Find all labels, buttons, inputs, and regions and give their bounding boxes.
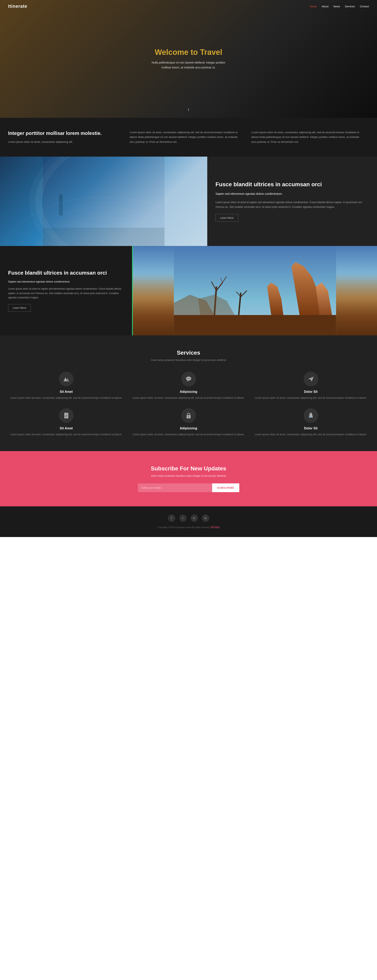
hero-content: Welcome to Travel Nulla pellentesque mi … [150, 48, 227, 70]
svg-rect-41 [65, 416, 68, 416]
svg-point-35 [189, 378, 190, 379]
footer-link[interactable]: 网页模板 [211, 526, 220, 528]
footer-copyright: Copyright © 2019.Company name All rights… [8, 526, 369, 529]
split-heading-1: Fusce blandit ultrices in accumsan orci [215, 181, 369, 188]
social-google[interactable]: G [191, 514, 198, 522]
social-twitter[interactable]: t [179, 514, 187, 522]
hero-body: Nulla pellentesque mi non laoreet eleife… [150, 60, 227, 70]
service-body-3: Lorem ipsum dolor sit amet, consectetur … [253, 396, 369, 400]
service-icon-6 [304, 408, 318, 423]
features-section: Integer porttitor mollisar lorem molesti… [0, 118, 377, 157]
features-col-1: Integer porttitor mollisar lorem molesti… [8, 130, 126, 145]
nav-home[interactable]: Home [310, 5, 317, 8]
svg-point-12 [59, 194, 63, 198]
features-body-3: Lorem ipsum dolor sit amet, consectetur … [251, 130, 365, 144]
svg-point-44 [188, 416, 189, 417]
svg-rect-30 [63, 381, 69, 382]
split-image-1 [0, 157, 207, 246]
svg-marker-32 [187, 380, 188, 382]
service-item-5: Adipisicing Lorem ipsum dolor sit amet, … [130, 408, 247, 437]
service-title-1: Sit Amet [8, 390, 124, 394]
svg-rect-46 [310, 413, 312, 414]
services-heading: Services [8, 350, 369, 356]
split-text-1: Fusce blandit ultrices in accumsan orci … [207, 157, 377, 246]
service-item-6: Dolor Sit Lorem ipsum dolor sit amet, co… [253, 408, 369, 437]
subscribe-heading: Subscribe For New Updates [8, 465, 369, 472]
service-body-6: Lorem ipsum dolor sit amet, consectetur … [253, 432, 369, 437]
nav-contact[interactable]: Contact [360, 5, 369, 8]
footer: f t G in Copyright © 2019.Company name A… [0, 506, 377, 537]
subscribe-section: Subscribe For New Updates Ante metus pra… [0, 451, 377, 506]
learn-more-button-2[interactable]: Learn More [8, 304, 31, 312]
split-subtitle-1: Sapien sed elementum egestas dolore cond… [215, 191, 369, 196]
svg-point-34 [188, 378, 189, 379]
svg-rect-40 [65, 415, 68, 415]
hero-title: Welcome to Travel [150, 48, 227, 57]
service-icon-2 [181, 372, 196, 386]
service-icon-5 [181, 408, 196, 423]
service-icon-4 [59, 408, 74, 423]
service-title-6: Dolor Sit [253, 426, 369, 430]
service-title-3: Dolor Sit [253, 390, 369, 394]
service-item-3: Dolor Sit Lorem ipsum dolor sit amet, co… [253, 372, 369, 400]
subscribe-subtitle: Ante metus praesent faucibus ante intege… [8, 474, 369, 477]
service-title-4: Sit Amet [8, 426, 124, 430]
service-item-2: Adipisicing Lorem ipsum dolor sit amet, … [130, 372, 247, 400]
service-icon-1 [59, 372, 74, 386]
svg-rect-47 [309, 416, 312, 417]
service-item-1: Sit Amet Lorem ipsum dolor sit amet, con… [8, 372, 124, 400]
learn-more-button-1[interactable]: Learn More [215, 214, 238, 221]
service-title-2: Adipisicing [130, 390, 247, 394]
logo: Itinerate [8, 4, 27, 9]
split-section-1: Fusce blandit ultrices in accumsan orci … [0, 157, 377, 246]
social-facebook[interactable]: f [168, 514, 175, 522]
scroll-down-icon[interactable]: ↓ [187, 107, 190, 112]
split-image-2 [133, 246, 377, 335]
features-col-2: Lorem ipsum dolor sit amet, consectetur … [126, 130, 247, 145]
service-body-4: Lorem ipsum dolor sit amet, consectetur … [8, 432, 124, 437]
service-icon-3 [304, 372, 318, 386]
svg-point-33 [187, 378, 188, 379]
navigation: Itinerate Home About News Services Conta… [0, 0, 377, 13]
features-heading-1: Integer porttitor mollisar lorem molesti… [8, 130, 122, 136]
features-body-1: Lorem ipsum dolor sit amet, consectetur … [8, 140, 122, 144]
svg-rect-11 [59, 197, 63, 215]
nav-about[interactable]: About [322, 5, 328, 8]
features-col-3: Lorem ipsum dolor sit amet, consectetur … [247, 130, 369, 145]
services-subtitle: Ante metus praesent faucibus ante intege… [8, 358, 369, 361]
email-input[interactable] [138, 484, 212, 492]
hero-section: Welcome to Travel Nulla pellentesque mi … [0, 0, 377, 118]
features-body-2: Lorem ipsum dolor sit amet, consectetur … [130, 130, 243, 144]
split-subtitle-2: Sapien sed elementum egestas dolore cond… [8, 279, 124, 284]
social-links: f t G in [8, 514, 369, 522]
subscribe-button[interactable]: SUBSCRIBE [212, 484, 239, 492]
nav-links: Home About News Services Contact [310, 5, 369, 8]
nav-news[interactable]: News [333, 5, 340, 8]
svg-rect-42 [65, 417, 67, 417]
svg-rect-14 [174, 315, 336, 335]
svg-rect-10 [43, 228, 165, 246]
services-section: Services Ante metus praesent faucibus an… [0, 335, 377, 451]
split-body-2: Lorem ipsum dolor sit amet et sapien sed… [8, 287, 124, 300]
social-linkedin[interactable]: in [202, 514, 209, 522]
nav-services[interactable]: Services [345, 5, 355, 8]
service-title-5: Adipisicing [130, 426, 247, 430]
service-body-5: Lorem ipsum dolor sit amet, consectetur … [130, 432, 247, 437]
split-text-2: Fusce blandit ultrices in accumsan orci … [0, 246, 132, 335]
service-body-2: Lorem ipsum dolor sit amet, consectetur … [130, 396, 247, 400]
split-heading-2: Fusce blandit ultrices in accumsan orci [8, 269, 124, 277]
split-body-1: Lorem ipsum dolor sit amet et sapien sed… [215, 200, 369, 209]
services-grid: Sit Amet Lorem ipsum dolor sit amet, con… [8, 372, 369, 437]
service-body-1: Lorem ipsum dolor sit amet, consectetur … [8, 396, 124, 400]
subscribe-form: SUBSCRIBE [138, 484, 239, 492]
service-item-4: Sit Amet Lorem ipsum dolor sit amet, con… [8, 408, 124, 437]
split-section-2: Fusce blandit ultrices in accumsan orci … [0, 246, 377, 335]
